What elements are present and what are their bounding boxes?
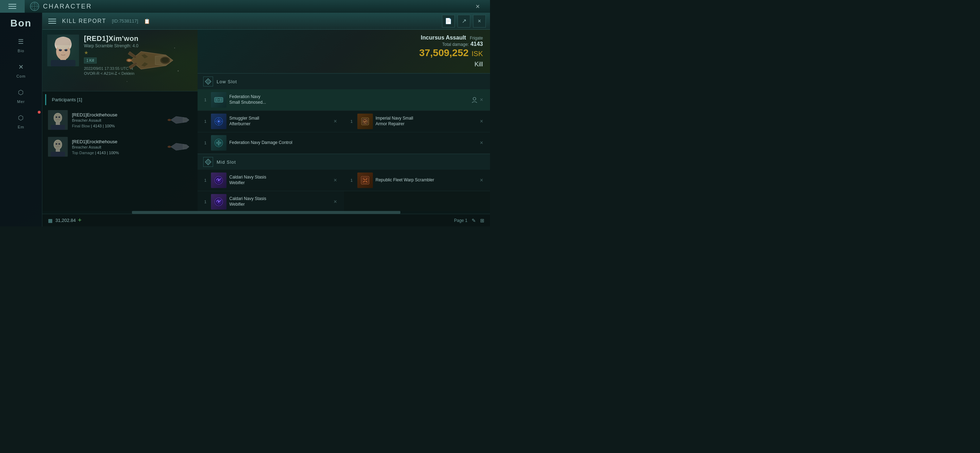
svg-point-24 xyxy=(116,74,117,75)
export-report-button[interactable]: ↗ xyxy=(458,15,470,27)
sidebar-item-com[interactable]: ✕ Com xyxy=(0,59,42,81)
sidebar-item-mer[interactable]: ⬡ Mer xyxy=(0,84,42,106)
svg-point-21 xyxy=(119,42,120,43)
module-item-webifier-2[interactable]: 1 Caldari Navy StasisWebifier × xyxy=(197,191,344,213)
mid-slot-label: Mid Slot xyxy=(216,159,236,165)
app-close-button[interactable]: × xyxy=(473,1,483,12)
svg-point-40 xyxy=(59,143,60,145)
module-icon-damage-control xyxy=(211,135,226,151)
module-close-webifier-2[interactable]: × xyxy=(332,198,339,205)
victim-badge: 1 Kill xyxy=(84,57,97,64)
module-close-afterburner[interactable]: × xyxy=(332,118,339,125)
module-qty: 1 xyxy=(202,200,208,204)
module-name-webifier-2: Caldari Navy StasisWebifier xyxy=(229,196,332,207)
module-item-scrambler[interactable]: 1 Republic Fleet Warp Scrambler × xyxy=(344,170,490,191)
participant-2-stats: Top Damage | 4143 | 100% xyxy=(72,151,164,155)
participant-row[interactable]: [RED1]Erockthehouse Breacher Assault Fin… xyxy=(42,106,197,134)
module-close-repairer[interactable]: × xyxy=(478,118,485,125)
top-bar: CHARACTER × xyxy=(0,0,490,13)
kill-type-badge: Kill xyxy=(419,61,483,68)
module-item-webifier-1[interactable]: 1 Caldari Navy StasisWebifier × xyxy=(197,170,344,191)
low-slot-label: Low Slot xyxy=(216,79,237,84)
sidebar-item-em[interactable]: ⬡ Em xyxy=(0,110,42,132)
svg-point-39 xyxy=(56,143,57,145)
kill-menu-hamburger-icon xyxy=(48,19,56,24)
svg-point-61 xyxy=(218,142,220,144)
svg-point-41 xyxy=(167,146,171,148)
sidebar-item-bio[interactable]: ☰ Bio xyxy=(0,33,42,56)
close-report-button[interactable]: × xyxy=(473,15,486,27)
svg-point-14 xyxy=(65,49,67,51)
svg-rect-45 xyxy=(216,99,218,101)
copy-report-button[interactable]: 📄 xyxy=(442,15,455,27)
kill-report-header: KILL REPORT [ID:7538117] 📋 📄 ↗ × xyxy=(42,13,490,30)
export-icon: ↗ xyxy=(462,17,466,24)
sidebar-item-label-bio: Bio xyxy=(18,49,24,53)
module-icon-webifier-2 xyxy=(211,194,226,210)
kill-report-actions: 📄 ↗ × xyxy=(442,15,486,27)
svg-point-65 xyxy=(218,180,220,181)
close-icon: × xyxy=(478,18,481,24)
victim-header: [RED1]Xim'won Warp Scramble Strength: 4.… xyxy=(42,30,197,91)
svg-point-32 xyxy=(59,116,60,118)
participant-1-stats: Final Blow | 4143 | 100% xyxy=(72,124,164,128)
menu-button[interactable] xyxy=(0,0,25,13)
app-title: CHARACTER xyxy=(43,3,92,10)
module-qty: 1 xyxy=(202,141,208,145)
module-close-damage-control[interactable]: × xyxy=(478,139,485,146)
filter-button[interactable]: ⊞ xyxy=(480,218,484,223)
module-item-afterburner[interactable]: 1 xyxy=(197,111,344,132)
kill-stats: Incursus Assault Frigate Total damage: 4… xyxy=(419,35,483,68)
module-close-webifier-1[interactable]: × xyxy=(332,177,339,184)
module-item-repairer[interactable]: 1 Imperial Navy SmallArmor Repairer × xyxy=(344,111,490,132)
participants-section: Participants [1] xyxy=(42,91,197,227)
participant-1-details: [RED1]Erockthehouse Breacher Assault Fin… xyxy=(72,112,164,128)
svg-rect-9 xyxy=(51,60,75,66)
sidebar-item-label-mer: Mer xyxy=(17,100,25,104)
module-qty: 1 xyxy=(202,119,208,124)
svg-point-47 xyxy=(473,97,476,100)
left-column: [RED1]Xim'won Warp Scramble Strength: 4.… xyxy=(42,30,197,227)
module-close-btn[interactable]: × xyxy=(478,96,485,103)
participant-2-ship-icon xyxy=(164,139,192,154)
horizontal-scrollbar[interactable] xyxy=(42,211,490,214)
right-panel: Incursus Assault Frigate Total damage: 4… xyxy=(197,30,490,227)
kill-report-menu-button[interactable] xyxy=(46,16,58,27)
svg-point-18 xyxy=(162,57,169,62)
kill-isk-value: 37,509,252 xyxy=(419,47,468,58)
mid-slot-header: Mid Slot xyxy=(197,154,490,170)
module-name-repairer: Imperial Navy SmallArmor Repairer xyxy=(376,116,478,127)
module-qty: 1 xyxy=(202,178,208,183)
svg-rect-30 xyxy=(51,125,65,130)
scroll-thumb[interactable] xyxy=(132,211,400,214)
module-item[interactable]: 1 Federation NavySmall Snubnosed... xyxy=(197,89,490,111)
module-name-damage-control: Federation Navy Damage Control xyxy=(229,140,478,146)
module-item-damage-control[interactable]: 1 Federation Navy Damage Control × xyxy=(197,132,490,154)
svg-rect-38 xyxy=(51,152,65,157)
mer-icon: ⬡ xyxy=(16,87,27,98)
add-button[interactable]: + xyxy=(78,217,82,224)
module-icon xyxy=(211,92,226,108)
kill-isk-suffix: ISK xyxy=(472,50,483,57)
participant-1-ship-icon xyxy=(164,112,192,128)
svg-point-13 xyxy=(60,49,61,51)
kill-total-label: Total damage: xyxy=(442,42,469,47)
svg-point-72 xyxy=(218,201,220,202)
participants-header: Participants [1] xyxy=(45,94,197,105)
svg-point-31 xyxy=(56,116,57,118)
svg-point-25 xyxy=(127,81,127,82)
participant-1-portrait xyxy=(48,110,68,130)
edit-button[interactable]: ✎ xyxy=(472,218,476,223)
participant-2-ship: Breacher Assault xyxy=(72,145,164,149)
participant-2-portrait xyxy=(48,137,68,157)
participant-row-2[interactable]: [RED1]Erockthehouse Breacher Assault Top… xyxy=(42,134,197,160)
module-qty: 1 xyxy=(202,98,208,102)
participant-1-name: [RED1]Erockthehouse xyxy=(72,112,164,118)
module-name-afterburner: Smuggler SmallAfterburner xyxy=(229,116,332,127)
sidebar-item-label-em: Em xyxy=(18,125,24,129)
module-icon-webifier-1 xyxy=(211,173,226,188)
module-close-scrambler[interactable]: × xyxy=(478,177,485,184)
bottom-bar-value: 31,202.84 xyxy=(56,218,76,223)
module-name-webifier-1: Caldari Navy StasisWebifier xyxy=(229,175,332,186)
kill-report-clipboard-icon[interactable]: 📋 xyxy=(144,18,150,24)
